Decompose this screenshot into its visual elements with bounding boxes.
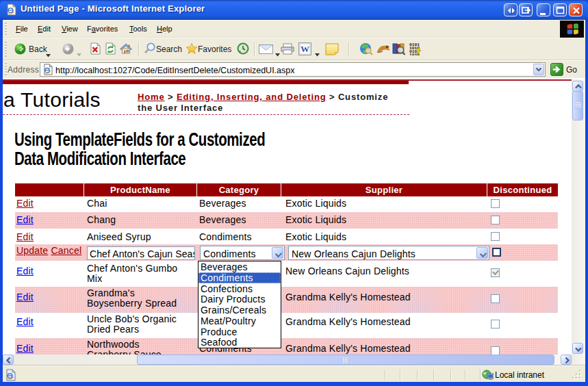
svg-text:W: W [301,44,309,54]
